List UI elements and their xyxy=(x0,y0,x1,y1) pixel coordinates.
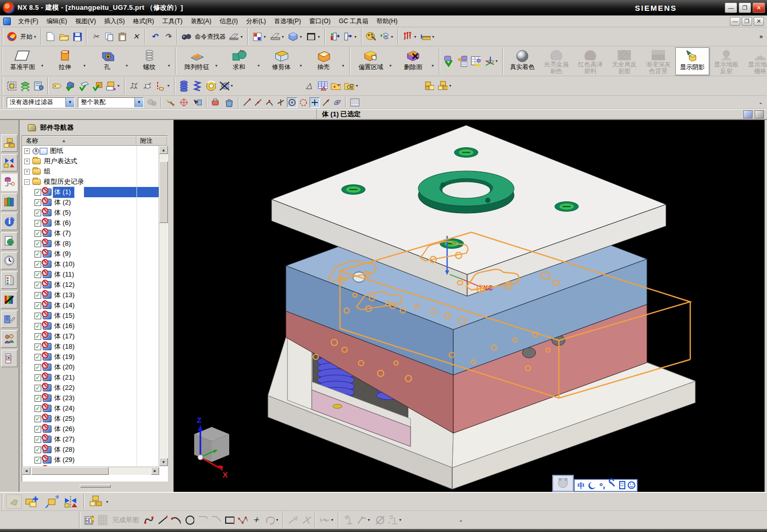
information-tab[interactable] xyxy=(1,213,18,230)
body-checkbox[interactable] xyxy=(35,230,41,237)
datum-csys-icon[interactable] xyxy=(483,56,495,67)
add-component-icon[interactable] xyxy=(24,494,41,509)
snap-point-on-face-icon[interactable] xyxy=(332,97,343,108)
menu-3[interactable]: 插入(S) xyxy=(100,16,129,26)
mirror-assembly-icon[interactable] xyxy=(63,494,80,509)
menu-5[interactable]: 工具(T) xyxy=(158,16,186,26)
tree-body-label[interactable]: 体 (8) xyxy=(53,238,74,249)
pattern-button[interactable]: 阵列特征 xyxy=(178,47,215,75)
window-layout-icon[interactable] xyxy=(251,31,263,42)
toolbar-grip[interactable] xyxy=(79,512,81,528)
tree-body-label[interactable]: 体 (22) xyxy=(53,383,78,393)
tree-row[interactable]: 体 (6) xyxy=(22,218,159,228)
spline-dropdown-icon[interactable]: ▾ xyxy=(276,511,281,529)
tree-body-label[interactable]: 体 (21) xyxy=(53,372,78,383)
expander-icon[interactable] xyxy=(24,148,30,154)
layer-settings-icon[interactable] xyxy=(20,80,31,92)
delete-icon[interactable] xyxy=(130,31,142,42)
vertical-scrollbar[interactable]: ▲ ▼ xyxy=(159,146,167,466)
quick-extend-icon[interactable] xyxy=(300,514,312,526)
body-checkbox[interactable] xyxy=(35,436,41,443)
offset-region-button[interactable]: 偏置区域 xyxy=(352,47,389,75)
tree-row[interactable]: 体 (25) xyxy=(22,414,159,424)
finish-sketch-button[interactable]: 完成草图 xyxy=(109,516,142,525)
tree-body-label[interactable]: 体 (9) xyxy=(53,249,74,260)
line-icon[interactable] xyxy=(157,514,168,526)
tree-row[interactable]: 体 (16) xyxy=(22,321,159,331)
scroll-up-icon[interactable]: ▲ xyxy=(159,146,168,154)
tree-row[interactable]: 体 (15) xyxy=(22,311,159,321)
journal-tab[interactable] xyxy=(1,350,18,367)
body-checkbox[interactable] xyxy=(35,395,41,402)
tree-body-label[interactable]: 体 (14) xyxy=(53,300,78,311)
child-minimize-button[interactable]: — xyxy=(730,17,740,26)
pattern-dropdown-icon[interactable]: ▾ xyxy=(106,493,111,510)
touch-device-icon[interactable] xyxy=(228,31,240,42)
rapid-dimension-icon[interactable] xyxy=(319,514,330,526)
fit-view-icon[interactable] xyxy=(6,80,18,92)
panel-dark-button[interactable]: 渐变深灰色背景 xyxy=(641,47,675,75)
new-file-icon[interactable] xyxy=(45,31,56,42)
expander-icon[interactable] xyxy=(24,169,30,175)
unite-button[interactable]: 求和 xyxy=(220,47,258,75)
visualization-tab[interactable] xyxy=(1,291,18,308)
tree-folder-label[interactable]: 组 xyxy=(43,166,54,177)
nx-start-icon[interactable] xyxy=(6,31,18,42)
folder-curves-icon[interactable] xyxy=(344,80,355,92)
menu-12[interactable]: 帮助(H) xyxy=(372,16,402,26)
locating-ring[interactable] xyxy=(418,171,514,213)
body-checkbox[interactable] xyxy=(35,344,41,350)
menu-4[interactable]: 格式(R) xyxy=(129,16,158,26)
auto-constrain-icon[interactable] xyxy=(387,514,398,526)
sphere-dull-button[interactable]: 光亮金属刷色 xyxy=(539,47,573,75)
delete-face-button[interactable]: 删除面 xyxy=(395,47,432,75)
tree-row[interactable]: 图纸 xyxy=(22,146,159,156)
assembly-navigator-tab[interactable] xyxy=(1,134,18,152)
coil-dropdown-icon[interactable]: ▾ xyxy=(231,76,235,95)
spring-icon[interactable] xyxy=(192,80,203,92)
grid-snap-icon[interactable] xyxy=(349,97,361,108)
snap-intersection-icon[interactable] xyxy=(276,97,286,108)
tree-body-label[interactable]: 体 (26) xyxy=(53,424,78,435)
save-icon[interactable] xyxy=(72,31,83,42)
polyline-icon[interactable] xyxy=(237,514,248,526)
toolbar-overflow-icon[interactable]: » xyxy=(759,33,763,40)
tree-folder-label[interactable]: 模型历史记录 xyxy=(43,177,87,187)
visualization-palette-icon[interactable] xyxy=(365,31,377,42)
body-checkbox[interactable] xyxy=(35,333,41,340)
assembly-cubes-alt-icon[interactable] xyxy=(437,80,448,92)
vertical-scroll-thumb[interactable] xyxy=(159,161,168,223)
wcs-toggle-icon[interactable] xyxy=(210,97,221,108)
trim-body-dropdown-icon[interactable]: ▾ xyxy=(300,63,305,68)
highlight-wand-icon[interactable] xyxy=(165,97,176,108)
check-sections-icon[interactable] xyxy=(78,80,90,92)
selection-bag-icon[interactable] xyxy=(224,97,235,108)
quick-pick-icon[interactable] xyxy=(192,97,203,108)
status-dock-icon[interactable] xyxy=(743,110,753,118)
sketch-more-icon[interactable]: ⌄ xyxy=(459,517,463,523)
undo-icon[interactable] xyxy=(149,31,160,42)
selection-scope-combo[interactable]: 整个装配 ▼ xyxy=(78,97,144,108)
toolbar-grip[interactable] xyxy=(2,77,4,94)
tree-row[interactable]: 体 (19) xyxy=(22,352,159,362)
scene-editor-tab[interactable] xyxy=(1,311,18,328)
view-dropdown-icon[interactable]: ▾ xyxy=(354,27,359,46)
ime-toolbar[interactable]: 中 xyxy=(553,475,637,491)
hole-button[interactable]: 孔 xyxy=(89,47,126,75)
body-checkbox[interactable] xyxy=(35,199,41,206)
layout-dropdown-icon[interactable]: ▾ xyxy=(264,27,268,46)
snap-endpoint-icon[interactable] xyxy=(242,97,252,108)
chamfer-icon[interactable] xyxy=(210,514,221,526)
tree-body-label[interactable]: 体 (30) xyxy=(53,465,78,467)
body-checkbox[interactable] xyxy=(35,405,41,412)
reuse-library-tab[interactable] xyxy=(1,193,18,211)
thread-dropdown-icon[interactable]: ▾ xyxy=(168,63,173,68)
tree-row[interactable]: 体 (8) xyxy=(22,238,159,249)
menu-7[interactable]: 信息(I) xyxy=(215,16,242,26)
extrude-button[interactable]: 拉伸 xyxy=(46,47,83,75)
command-finder-icon[interactable] xyxy=(181,31,192,42)
status-expand-icon[interactable] xyxy=(755,110,764,118)
point-icon[interactable] xyxy=(250,514,262,526)
assembly-cubes-icon[interactable] xyxy=(423,80,435,92)
horizontal-scrollbar[interactable]: ◄ ► xyxy=(22,467,159,475)
